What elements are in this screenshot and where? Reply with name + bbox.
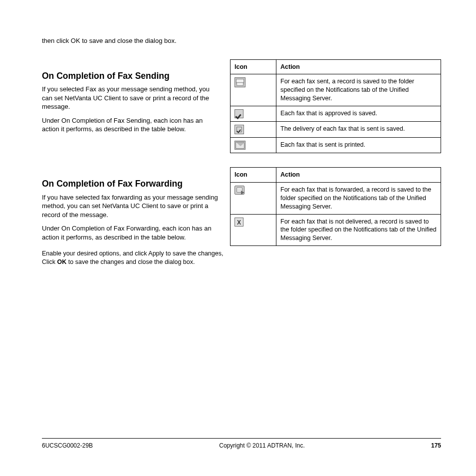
table-row: Each fax that is sent is printed. [231,138,441,153]
section2-para1: If you have selected fax forwarding as y… [42,193,219,220]
table-row: For each fax sent, a record is saved to … [231,74,441,106]
footer-copyright: Copyright © 2011 ADTRAN, Inc. [219,442,305,450]
table1-row3-text: Each fax that is sent is printed. [276,138,441,153]
table2-header-icon: Icon [231,168,276,183]
forward-printer-icon [235,186,244,195]
fax-sending-icon-table: Icon Action For each fax sent, a record … [230,59,441,154]
closing-line2-post: to save the changes and close the dialog… [66,258,195,265]
closing-line1: Enable your desired options, and click A… [42,249,441,258]
table1-row1-text: Each fax that is approved is saved. [276,106,441,122]
section1-para1: If you selected Fax as your message send… [42,85,219,111]
closing-line2: Click OK to save the changes and close t… [42,258,441,266]
intro-text: then click OK to save and close the dial… [42,36,441,45]
footer-doc-code: 6UCSCG0002-29B [42,442,93,450]
section-heading-fax-sending: On Completion of Fax Sending [42,70,219,82]
footer-rule [42,438,441,439]
ok-label: OK [57,258,67,265]
table-row: Each fax that is approved is saved. [231,106,441,122]
table1-row0-text: For each fax sent, a record is saved to … [276,74,441,106]
table1-header-action: Action [276,59,441,74]
print-envelope-icon [235,141,245,150]
table-row: For each fax that is not delivered, a re… [231,214,441,246]
section2-para2: Under On Completion of Fax Forwarding, e… [42,224,219,241]
footer-page-number: 175 [431,442,441,450]
section1-para2: Under On Completion of Fax Sending, each… [42,116,219,134]
table2-row1-text: For each fax that is not delivered, a re… [276,214,441,246]
not-delivered-x-icon [235,218,243,227]
table-row: For each fax that is forwarded, a record… [231,182,441,214]
sent-check-icon [235,125,244,134]
table2-header-action: Action [276,168,441,183]
closing-line2-pre: Click [42,258,57,265]
fax-machine-icon [235,77,245,87]
approved-check-icon [235,109,243,118]
table2-row0-text: For each fax that is forwarded, a record… [276,182,441,214]
table1-header-icon: Icon [231,59,276,74]
fax-forwarding-icon-table: Icon Action For each fax that is forward… [230,167,441,246]
table1-row2-text: The delivery of each fax that is sent is… [276,122,441,138]
table-row: The delivery of each fax that is sent is… [231,122,441,138]
section-heading-fax-forwarding: On Completion of Fax Forwarding [42,178,219,190]
page-footer: 6UCSCG0002-29B Copyright © 2011 ADTRAN, … [42,438,441,450]
